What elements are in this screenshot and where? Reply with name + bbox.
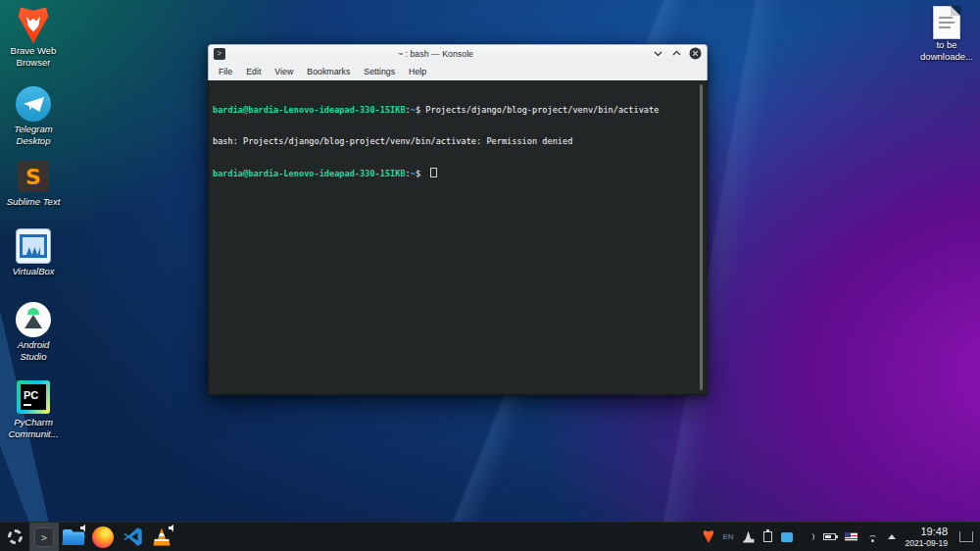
- document-icon: [933, 6, 960, 39]
- sublime-text-icon: S: [18, 161, 49, 192]
- task-konsole[interactable]: [29, 523, 59, 551]
- icon-label: Sublime Text: [0, 196, 67, 208]
- konsole-window: ~ : bash — Konsole File Edit View Bookma…: [208, 44, 708, 395]
- terminal-command: Projects/django/blog-project/venv/bin/ac…: [425, 105, 659, 115]
- menu-view[interactable]: View: [268, 67, 300, 76]
- task-firefox[interactable]: [88, 523, 118, 551]
- icon-label: AndroidStudio: [0, 339, 67, 362]
- brave-icon: [18, 8, 49, 44]
- menu-settings[interactable]: Settings: [357, 67, 402, 76]
- volume-tray-icon[interactable]: [802, 531, 814, 542]
- window-menubar: File Edit View Bookmarks Settings Help: [208, 62, 708, 80]
- icon-label: TelegramDesktop: [0, 124, 67, 146]
- icon-label: to bedownloade...: [913, 39, 980, 62]
- menu-edit[interactable]: Edit: [239, 67, 268, 76]
- desktop-screen: Brave WebBrowser TelegramDesktop S Subli…: [0, 0, 980, 551]
- digital-clock[interactable]: 19:48 2021-09-19: [906, 526, 948, 548]
- desktop-icon-virtualbox[interactable]: VirtualBox: [0, 226, 67, 277]
- vlc-cone-icon: [152, 528, 172, 546]
- icon-label: PyCharmCommunit...: [0, 417, 67, 439]
- terminal-view[interactable]: bardia@bardia-Lenovo-ideapad-330-15IKB:~…: [208, 80, 708, 395]
- icon-label: Brave WebBrowser: [0, 45, 67, 68]
- firefox-icon: [92, 526, 114, 548]
- application-launcher-button[interactable]: [0, 523, 29, 551]
- minimize-button[interactable]: [652, 47, 664, 60]
- system-tray: EN: [703, 530, 895, 543]
- clock-date: 2021-09-19: [906, 539, 948, 548]
- pycharm-icon: PC: [17, 380, 50, 414]
- close-button[interactable]: [689, 47, 702, 60]
- taskbar: EN 19:48 2021-09-19: [0, 522, 980, 551]
- desktop-icon-pycharm[interactable]: PC PyCharmCommunit...: [0, 377, 67, 439]
- telegram-icon: [16, 86, 51, 122]
- menu-file[interactable]: File: [212, 67, 239, 76]
- audio-playing-badge-icon: [169, 525, 176, 532]
- konsole-app-icon: [214, 48, 225, 60]
- wifi-tray-icon[interactable]: [866, 532, 879, 542]
- icon-label: VirtualBox: [0, 266, 67, 277]
- terminal-line-prompt: bardia@bardia-Lenovo-ideapad-330-15IKB:~…: [213, 168, 697, 179]
- app-launcher-icon: [8, 529, 23, 544]
- tray-expander-arrow-icon[interactable]: [888, 534, 896, 539]
- task-vscode[interactable]: [118, 523, 147, 551]
- window-titlebar[interactable]: ~ : bash — Konsole: [208, 44, 708, 62]
- maximize-button[interactable]: [670, 47, 683, 60]
- task-file-manager[interactable]: [59, 523, 88, 551]
- clipboard-tray-icon[interactable]: [763, 531, 772, 542]
- terminal-line-command: bardia@bardia-Lenovo-ideapad-330-15IKB:~…: [213, 105, 697, 116]
- window-title: ~ : bash — Konsole: [225, 49, 646, 59]
- brave-tray-icon[interactable]: [703, 530, 713, 543]
- android-studio-icon: [16, 302, 51, 337]
- konsole-icon: [34, 527, 54, 547]
- battery-tray-icon[interactable]: [823, 533, 836, 540]
- clock-time: 19:48: [906, 526, 948, 537]
- desktop-icon-sublime-text[interactable]: S Sublime Text: [0, 157, 67, 208]
- terminal-scrollbar[interactable]: [700, 84, 703, 390]
- dolphin-folder-icon: [63, 529, 84, 545]
- menu-help[interactable]: Help: [402, 67, 433, 76]
- task-vlc[interactable]: [147, 523, 176, 551]
- keyboard-layout-indicator[interactable]: EN: [722, 532, 733, 541]
- vscode-icon: [122, 526, 143, 547]
- desktop-icon-brave[interactable]: Brave WebBrowser: [0, 6, 67, 68]
- desktop-icon-telegram[interactable]: TelegramDesktop: [0, 84, 67, 146]
- terminal-line-error: bash: Projects/django/blog-project/venv/…: [213, 136, 697, 147]
- virtualbox-icon: [16, 228, 51, 264]
- show-desktop-button[interactable]: [959, 531, 973, 542]
- terminal-cursor: [430, 168, 437, 177]
- flag-tray-icon[interactable]: [845, 532, 858, 541]
- messages-tray-icon[interactable]: [781, 532, 793, 542]
- desktop-icon-android-studio[interactable]: AndroidStudio: [0, 300, 67, 362]
- vlc-tray-icon[interactable]: [743, 531, 755, 543]
- menu-bookmarks[interactable]: Bookmarks: [300, 67, 357, 76]
- desktop-icon-file-to-be-downloaded[interactable]: to bedownloade...: [913, 6, 980, 62]
